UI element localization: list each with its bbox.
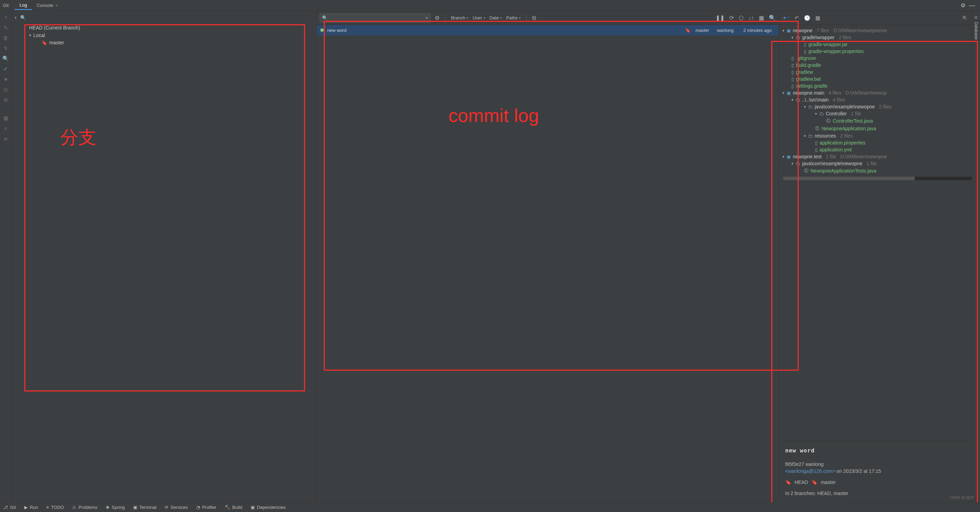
search-input[interactable] bbox=[329, 15, 424, 21]
commits-search[interactable]: 🔍 ▾ bbox=[320, 14, 431, 22]
expand-all-icon[interactable]: ⇱ bbox=[963, 15, 967, 21]
watermark: CSDN @ 南岸 bbox=[950, 495, 974, 500]
file-icon: ▯ bbox=[815, 140, 818, 146]
status-todo[interactable]: ≡TODO bbox=[46, 505, 64, 510]
status-dependencies[interactable]: ▣Dependencies bbox=[251, 505, 286, 510]
cherry-pick-icon[interactable]: ⬡ bbox=[739, 14, 744, 21]
status-run[interactable]: ▶Run bbox=[24, 505, 38, 510]
chevron-down-icon: ▾ bbox=[791, 162, 794, 166]
tree-folder[interactable]: ▾ 🗀 gradle\wrapper 2 files bbox=[780, 34, 978, 41]
play-icon: ▶ bbox=[24, 505, 28, 510]
tree-folder[interactable]: ▾ 🗀 ..\..\src\main 4 files bbox=[780, 96, 978, 103]
commit-date: 2023/3/2 at 17:15 bbox=[843, 468, 881, 474]
commit-row[interactable]: new word 🔖 master wanlong 2 minutes ago bbox=[317, 25, 779, 35]
search-icon[interactable]: 🔍 bbox=[20, 15, 26, 21]
status-build[interactable]: 🔨Build bbox=[224, 505, 242, 510]
tree-file[interactable]: ▯build.gradle bbox=[780, 62, 978, 68]
settings-icon[interactable]: ⚙ bbox=[3, 97, 8, 103]
search-icon[interactable]: 🔍 bbox=[2, 55, 9, 62]
bookmark-icon: 🔖 bbox=[811, 479, 818, 485]
filter-branch[interactable]: Branch▾ bbox=[451, 15, 468, 21]
history-icon[interactable]: 🕑 bbox=[804, 15, 810, 21]
open-new-tab-icon[interactable]: ⧉ bbox=[532, 15, 536, 21]
refresh-icon[interactable]: ⟳ bbox=[729, 14, 734, 21]
close-icon[interactable]: × bbox=[56, 3, 58, 8]
tree-file[interactable]: ▯application.properties bbox=[780, 139, 978, 146]
expand-icon[interactable]: ≡ bbox=[4, 125, 7, 131]
spring-icon: ❀ bbox=[106, 505, 110, 510]
tree-folder[interactable]: ▾ 🗀 java\com\example\newopne 2 files bbox=[780, 103, 978, 110]
tree-module[interactable]: ▾ ▣ newopne.main 4 files D:\XM\learn\new… bbox=[780, 89, 978, 96]
pause-icon[interactable]: ❚❚ bbox=[716, 14, 724, 21]
tree-file[interactable]: ▯gradlew bbox=[780, 68, 978, 76]
gear-icon[interactable]: ⚙ bbox=[961, 2, 966, 9]
search-icon: 🔍 bbox=[322, 15, 328, 21]
services-icon: ⟳ bbox=[165, 505, 169, 510]
group-icon[interactable]: ▦ bbox=[815, 15, 820, 21]
tree-module[interactable]: ▾ ▣ newopne.test 1 file D:\XM\learn\newo… bbox=[780, 153, 978, 160]
tab-console[interactable]: Console × bbox=[32, 2, 63, 10]
sort-icon[interactable]: ↓↑ bbox=[748, 15, 754, 21]
magic-wand-icon[interactable]: ✦⁺ bbox=[783, 15, 790, 21]
minimize-icon[interactable]: — bbox=[969, 2, 975, 9]
edit-icon[interactable]: ✎ bbox=[3, 25, 8, 31]
chevron-down-icon: ▾ bbox=[783, 29, 784, 33]
chevron-down-icon: ▾ bbox=[804, 105, 806, 109]
back-icon[interactable]: ‹ bbox=[14, 14, 17, 21]
tag-head: HEAD bbox=[795, 479, 808, 485]
status-bar: ⎇Git ▶Run ≡TODO ⚠Problems ❀Spring ▣Termi… bbox=[0, 502, 980, 512]
tree-folder[interactable]: ▾ 🗀 java\com\example\newopne 1 file bbox=[780, 160, 978, 167]
tree-file[interactable]: ▯gradle-wrapper.jar bbox=[780, 41, 978, 48]
head-branch-label[interactable]: HEAD (Current Branch) bbox=[29, 24, 314, 32]
find-icon[interactable]: 🔍 bbox=[769, 14, 776, 21]
target-icon[interactable]: ◎ bbox=[3, 87, 8, 93]
star-icon[interactable]: ★ bbox=[3, 76, 8, 82]
tree-file[interactable]: ▯gradle-wrapper.properties bbox=[780, 48, 978, 55]
file-icon: ▯ bbox=[791, 63, 794, 68]
commit-email[interactable]: <wanlonga@126.com> bbox=[785, 468, 835, 474]
status-problems[interactable]: ⚠Problems bbox=[72, 505, 97, 510]
folder-icon: 🗀 bbox=[795, 97, 800, 103]
collapse-icon[interactable]: ≣ bbox=[3, 135, 8, 142]
local-branches-node[interactable]: ▾ Local bbox=[29, 32, 314, 39]
intellisort-icon[interactable]: ▦ bbox=[759, 14, 764, 21]
status-services[interactable]: ⟳Services bbox=[165, 505, 188, 510]
tree-file[interactable]: ⒸNewopneApplicationTests.java bbox=[780, 167, 978, 174]
tree-file[interactable]: ⒸNewopneApplication.java bbox=[780, 125, 978, 132]
commit-author: wanlong bbox=[717, 28, 733, 33]
tree-file[interactable]: ▯gradlew.bat bbox=[780, 76, 978, 82]
chevron-down-icon[interactable]: ▾ bbox=[426, 15, 428, 21]
undo-icon[interactable]: ↶ bbox=[795, 15, 799, 21]
right-toolbar: ✦⁺ ↶ 🕑 ▦ ⇱ ⇲ bbox=[779, 11, 980, 25]
tree-file[interactable]: ▯settings.gradle bbox=[780, 82, 978, 89]
plus-icon[interactable]: ＋ bbox=[3, 14, 8, 21]
horizontal-scrollbar[interactable] bbox=[783, 177, 976, 180]
filter-date[interactable]: Date▾ bbox=[490, 15, 502, 21]
tree-module[interactable]: ▾ ▣ newopne 7 files D:\XM\learn\newopne\… bbox=[780, 27, 978, 34]
status-profiler[interactable]: ◔Profiler bbox=[196, 505, 216, 510]
right-stripe-database[interactable]: Database bbox=[974, 22, 978, 40]
chevron-down-icon: ▾ bbox=[783, 91, 784, 95]
filter-paths[interactable]: Paths▾ bbox=[506, 15, 521, 21]
status-terminal[interactable]: ▣Terminal bbox=[133, 505, 156, 510]
box-icon: ▣ bbox=[251, 505, 255, 510]
checkout-icon[interactable]: ✔ bbox=[3, 66, 8, 72]
database-icon[interactable]: ≣ bbox=[974, 14, 978, 20]
tree-folder[interactable]: ▾ 🗀 resources 2 files bbox=[780, 132, 978, 139]
chevron-down-icon: ▾ bbox=[815, 111, 817, 116]
diff-icon[interactable]: ↯ bbox=[3, 45, 8, 51]
commits-toolbar: 🔍 ▾ ⚙ Branch▾ User▾ Date▾ Paths▾ ⧉ ❚❚ bbox=[317, 11, 779, 25]
tree-folder[interactable]: ▾ 🗀 Controller 1 file bbox=[780, 110, 978, 117]
filter-user[interactable]: User▾ bbox=[473, 15, 485, 21]
status-spring[interactable]: ❀Spring bbox=[106, 505, 125, 510]
tab-log[interactable]: Log bbox=[14, 1, 32, 10]
branch-master[interactable]: 🔖 master bbox=[29, 39, 314, 46]
delete-icon[interactable]: 🗑 bbox=[3, 35, 8, 41]
status-git[interactable]: ⎇Git bbox=[3, 505, 16, 510]
group-icon[interactable]: ▦ bbox=[3, 115, 8, 121]
gear-icon[interactable]: ⚙ bbox=[435, 14, 439, 21]
bookmark-icon: 🔖 bbox=[685, 28, 690, 33]
tree-file[interactable]: ⒸControllerTest.java bbox=[780, 117, 978, 125]
tree-file[interactable]: ▯application.yml bbox=[780, 146, 978, 153]
tree-file[interactable]: ▯.gitignore bbox=[780, 55, 978, 62]
